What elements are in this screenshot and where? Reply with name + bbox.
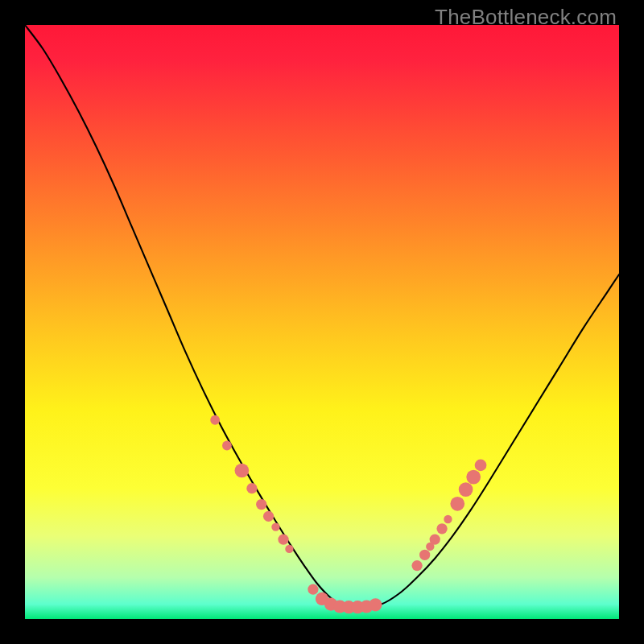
data-marker bbox=[210, 415, 220, 425]
watermark-text: TheBottleneck.com bbox=[435, 5, 617, 30]
data-marker bbox=[256, 499, 266, 510]
data-marker bbox=[436, 523, 447, 534]
data-marker bbox=[246, 483, 257, 493]
data-marker bbox=[444, 515, 452, 523]
data-marker bbox=[271, 522, 279, 530]
data-marker bbox=[285, 545, 293, 553]
chart-background bbox=[25, 25, 619, 619]
data-marker bbox=[369, 598, 382, 611]
data-marker bbox=[263, 511, 274, 522]
data-marker bbox=[308, 584, 318, 594]
data-marker bbox=[235, 464, 250, 478]
data-marker bbox=[459, 482, 473, 497]
data-marker bbox=[419, 550, 430, 560]
bottleneck-chart bbox=[25, 25, 619, 619]
data-marker bbox=[278, 534, 288, 544]
data-marker bbox=[430, 534, 440, 544]
data-marker bbox=[450, 497, 464, 511]
data-marker bbox=[222, 441, 232, 451]
data-marker bbox=[411, 560, 422, 571]
data-marker bbox=[475, 459, 487, 471]
chart-frame: TheBottleneck.com bbox=[0, 0, 644, 644]
data-marker bbox=[466, 470, 481, 485]
